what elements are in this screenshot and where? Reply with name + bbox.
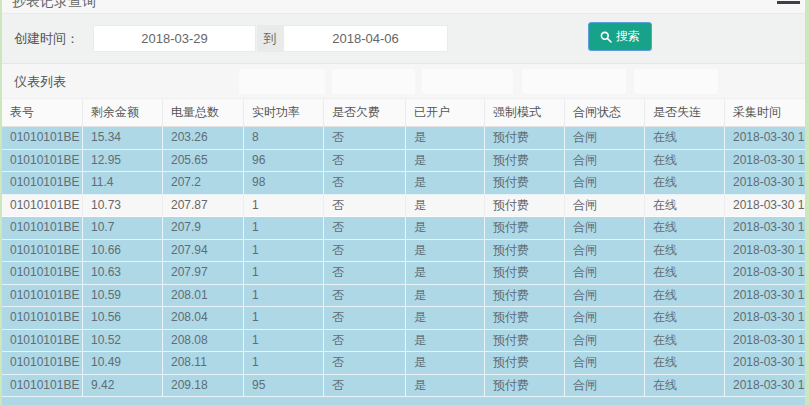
cell: 2018-03-30 15:1 xyxy=(725,262,805,284)
table-row[interactable]: 01010101BE10.66207.941否是预付费合闸在线2018-03-3… xyxy=(2,240,805,263)
column-header: 表号 xyxy=(2,99,83,126)
table-row[interactable]: 01010101BE10.63207.971否是预付费合闸在线2018-03-3… xyxy=(2,262,805,285)
cell: 否 xyxy=(324,352,406,374)
table-row[interactable]: 01010101BE11.4207.298否是预付费合闸在线2018-03-30… xyxy=(2,172,805,195)
search-button[interactable]: 搜索 xyxy=(588,22,652,51)
cell: 否 xyxy=(324,217,406,239)
table-row[interactable]: 01010101BE15.34203.268否是预付费合闸在线2018-03-3… xyxy=(2,127,805,150)
filter-form: 创建时间： 到 搜索 xyxy=(2,14,805,64)
section-title: 仪表列表 xyxy=(14,64,66,99)
table-row[interactable]: 01010101BE10.73207.871否是预付费合闸在线2018-03-3… xyxy=(2,195,805,218)
cell: 10.73 xyxy=(83,195,163,217)
cell: 207.94 xyxy=(163,240,244,262)
ghost-action-button[interactable] xyxy=(238,68,326,95)
cell: 否 xyxy=(324,195,406,217)
cell: 在线 xyxy=(645,352,725,374)
cell: 1 xyxy=(244,240,324,262)
cell: 合闸 xyxy=(565,262,645,284)
ghost-action-button[interactable] xyxy=(421,68,514,95)
cell: 否 xyxy=(324,127,406,149)
cell: 2018-03-30 15:1 xyxy=(725,240,805,262)
cell: 2018-03-30 15:1 xyxy=(725,195,805,217)
created-time-label: 创建时间： xyxy=(14,14,79,64)
cell: 合闸 xyxy=(565,217,645,239)
ghost-action-button[interactable] xyxy=(521,68,627,95)
cell: 合闸 xyxy=(565,352,645,374)
cell: 01010101BE xyxy=(2,352,83,374)
cell: 01010101BE xyxy=(2,240,83,262)
cell: 203.26 xyxy=(163,127,244,149)
cell: 01010101BE xyxy=(2,285,83,307)
cell: 10.49 xyxy=(83,352,163,374)
table-row[interactable]: 01010101BE9.42209.1895否是预付费合闸在线2018-03-3… xyxy=(2,375,805,398)
to-label: 到 xyxy=(257,25,283,52)
cell: 01010101BE xyxy=(2,375,83,397)
cell: 是 xyxy=(406,375,485,397)
cell: 预付费 xyxy=(485,285,565,307)
cell: 在线 xyxy=(645,240,725,262)
table-row[interactable]: 01010101BE10.59208.011否是预付费合闸在线2018-03-3… xyxy=(2,285,805,308)
cell: 在线 xyxy=(645,307,725,329)
cell: 在线 xyxy=(645,375,725,397)
cell: 否 xyxy=(324,240,406,262)
cell: 预付费 xyxy=(485,217,565,239)
cell: 是 xyxy=(406,172,485,194)
cell: 2018-03-30 15:1 xyxy=(725,375,805,397)
cell: 10.59 xyxy=(83,285,163,307)
cell: 在线 xyxy=(645,262,725,284)
cell: 10.56 xyxy=(83,307,163,329)
cell: 是 xyxy=(406,240,485,262)
cell: 208.04 xyxy=(163,307,244,329)
cell: 10.66 xyxy=(83,240,163,262)
start-date-input[interactable] xyxy=(93,25,256,52)
cell: 预付费 xyxy=(485,150,565,172)
end-date-input[interactable] xyxy=(283,25,448,52)
cell: 是 xyxy=(406,217,485,239)
column-header: 是否欠费 xyxy=(324,99,406,126)
table-row[interactable]: 01010101BE10.7207.91否是预付费合闸在线2018-03-30 … xyxy=(2,217,805,240)
cell: 1 xyxy=(244,330,324,352)
cell: 208.08 xyxy=(163,330,244,352)
cell: 1 xyxy=(244,307,324,329)
cell: 1 xyxy=(244,352,324,374)
cell: 是 xyxy=(406,330,485,352)
cell: 207.97 xyxy=(163,262,244,284)
cell: 01010101BE xyxy=(2,195,83,217)
table-row[interactable]: 01010101BE10.52208.081否是预付费合闸在线2018-03-3… xyxy=(2,330,805,353)
cell: 是 xyxy=(406,307,485,329)
cell: 是 xyxy=(406,285,485,307)
cell: 在线 xyxy=(645,150,725,172)
ghost-action-button[interactable] xyxy=(633,68,719,95)
cell: 是 xyxy=(406,127,485,149)
table-row[interactable]: 01010101BE10.49208.111否是预付费合闸在线2018-03-3… xyxy=(2,352,805,375)
cell: 8 xyxy=(244,127,324,149)
cell: 是 xyxy=(406,352,485,374)
cell: 是 xyxy=(406,195,485,217)
cell: 01010101BE xyxy=(2,217,83,239)
cell: 205.65 xyxy=(163,150,244,172)
cell: 预付费 xyxy=(485,375,565,397)
cell: 10.52 xyxy=(83,330,163,352)
table-row[interactable]: 01010101BE12.95205.6596否是预付费合闸在线2018-03-… xyxy=(2,150,805,173)
cell: 预付费 xyxy=(485,262,565,284)
cell: 合闸 xyxy=(565,240,645,262)
cell: 在线 xyxy=(645,330,725,352)
cell: 在线 xyxy=(645,285,725,307)
cell: 预付费 xyxy=(485,307,565,329)
cell: 11.4 xyxy=(83,172,163,194)
column-header: 是否失连 xyxy=(645,99,725,126)
table-row[interactable]: 01010101BE10.56208.041否是预付费合闸在线2018-03-3… xyxy=(2,307,805,330)
cell: 是 xyxy=(406,262,485,284)
cell: 否 xyxy=(324,330,406,352)
ghost-action-button[interactable] xyxy=(331,68,416,95)
cell: 合闸 xyxy=(565,172,645,194)
cell: 预付费 xyxy=(485,352,565,374)
cell: 15.34 xyxy=(83,127,163,149)
cell: 01010101BE xyxy=(2,307,83,329)
cell: 在线 xyxy=(645,127,725,149)
cell: 是 xyxy=(406,150,485,172)
cell: 01010101BE xyxy=(2,127,83,149)
minimize-icon[interactable] xyxy=(777,1,800,4)
cell: 01010101BE xyxy=(2,172,83,194)
cell: 1 xyxy=(244,217,324,239)
